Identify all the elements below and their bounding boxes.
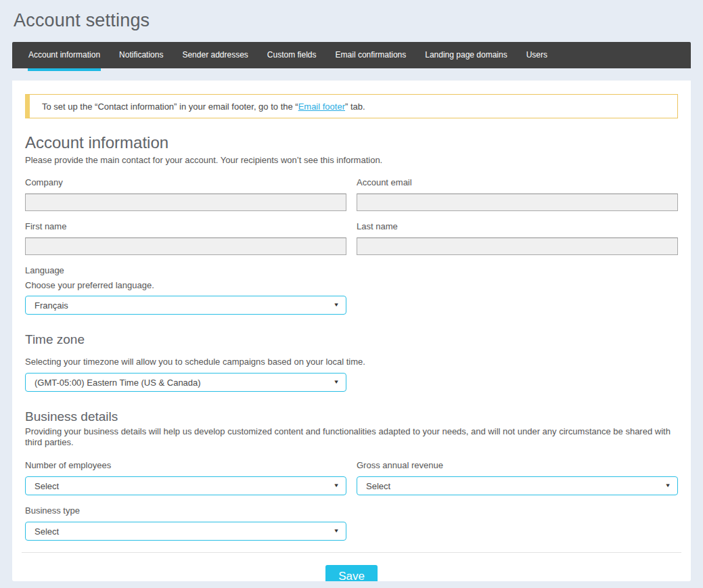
language-select-wrap: Français ▼: [25, 296, 346, 315]
account-information-description: Please provide the main contact for your…: [25, 155, 678, 166]
time-zone-heading: Time zone: [25, 332, 678, 347]
company-email-row: Company Account email: [25, 177, 678, 211]
name-row: First name Last name: [25, 221, 678, 255]
business-type-select-wrap: Select ▼: [25, 522, 346, 541]
language-label: Language: [25, 265, 678, 275]
employees-revenue-row: Number of employees Select ▼ Gross annua…: [25, 460, 678, 495]
business-type-field-group: Business type Select ▼: [25, 505, 678, 541]
account-information-heading: Account information: [25, 133, 678, 152]
first-name-input: [25, 238, 346, 255]
tab-sender-addresses[interactable]: Sender addresses: [173, 42, 257, 68]
employees-label: Number of employees: [25, 460, 346, 470]
timezone-select-wrap: (GMT-05:00) Eastern Time (US & Canada) ▼: [25, 373, 346, 392]
last-name-field-group: Last name: [357, 221, 678, 255]
account-email-field-group: Account email: [357, 177, 678, 211]
save-button[interactable]: Save: [325, 565, 378, 581]
footer-divider: [22, 552, 681, 553]
first-name-field-group: First name: [25, 221, 346, 255]
revenue-select-wrap: Select ▼: [357, 476, 678, 495]
notice-text-after: ” tab.: [345, 101, 365, 112]
revenue-label: Gross annual revenue: [357, 460, 678, 470]
settings-panel: To set up the “Contact information” in y…: [12, 81, 691, 581]
company-label: Company: [25, 177, 346, 187]
tab-account-information[interactable]: Account information: [19, 42, 110, 68]
notice-text-before: To set up the “Contact information” in y…: [42, 101, 298, 112]
language-select[interactable]: Français: [25, 296, 346, 315]
first-name-label: First name: [25, 221, 346, 231]
time-zone-description: Selecting your timezone will allow you t…: [25, 357, 678, 367]
employees-select[interactable]: Select: [25, 476, 346, 495]
tab-email-confirmations[interactable]: Email confirmations: [326, 42, 416, 68]
business-type-select[interactable]: Select: [25, 522, 346, 541]
language-field-group: Language Choose your preferred language.…: [25, 265, 678, 315]
company-input: [25, 194, 346, 211]
tab-landing-page-domains[interactable]: Landing page domains: [415, 42, 516, 68]
account-email-input: [357, 194, 678, 211]
tab-notifications[interactable]: Notifications: [110, 42, 173, 68]
language-description: Choose your preferred language.: [25, 280, 678, 291]
tab-users[interactable]: Users: [517, 42, 557, 68]
employees-field-group: Number of employees Select ▼: [25, 460, 346, 495]
email-footer-link[interactable]: Email footer: [298, 101, 345, 112]
last-name-label: Last name: [357, 221, 678, 231]
last-name-input: [357, 238, 678, 255]
timezone-select[interactable]: (GMT-05:00) Eastern Time (US & Canada): [25, 373, 346, 392]
revenue-field-group: Gross annual revenue Select ▼: [357, 460, 678, 495]
business-details-description: Providing your business details will hel…: [25, 426, 678, 448]
revenue-select[interactable]: Select: [357, 476, 678, 495]
email-footer-notice: To set up the “Contact information” in y…: [25, 94, 678, 118]
business-type-label: Business type: [25, 505, 678, 516]
page-title: Account settings: [0, 0, 703, 42]
employees-select-wrap: Select ▼: [25, 476, 346, 495]
business-details-heading: Business details: [25, 409, 678, 424]
account-email-label: Account email: [357, 177, 678, 187]
company-field-group: Company: [25, 177, 346, 211]
settings-tabbar: Account information Notifications Sender…: [12, 42, 691, 68]
tab-custom-fields[interactable]: Custom fields: [258, 42, 326, 68]
